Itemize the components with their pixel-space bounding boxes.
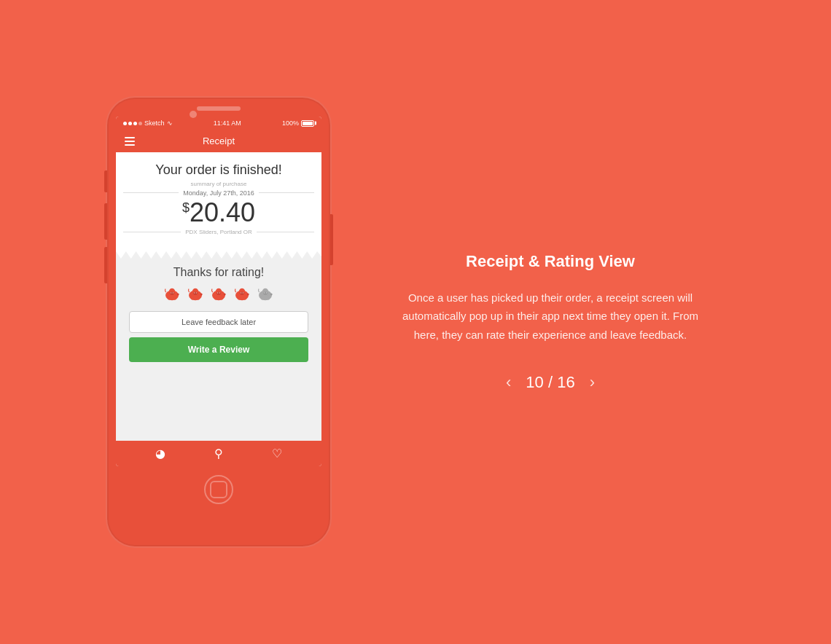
write-review-button[interactable]: Write a Review <box>129 337 308 362</box>
rating-section: Thanks for rating! <box>116 259 321 441</box>
info-panel: Receipt & Rating View Once a user has pi… <box>375 237 725 407</box>
svg-point-20 <box>216 291 221 294</box>
bottom-nav: ◕ ⚲ ♡ <box>116 441 321 466</box>
svg-point-15 <box>200 293 203 295</box>
time-display: 11:41 AM <box>214 119 241 127</box>
price-value: 20.40 <box>190 197 255 227</box>
svg-point-28 <box>240 291 244 294</box>
location-rule-right <box>257 232 314 232</box>
pig-filled-3[interactable] <box>208 286 229 302</box>
svg-point-3 <box>173 294 176 299</box>
svg-point-37 <box>264 292 265 293</box>
location-rule-left <box>123 232 181 232</box>
svg-point-26 <box>238 294 241 299</box>
svg-point-35 <box>267 294 270 299</box>
feedback-actions: Leave feedback later Write a Review <box>123 311 314 362</box>
svg-point-11 <box>197 294 200 299</box>
pig-empty-1[interactable] <box>255 286 276 302</box>
pig-filled-2[interactable] <box>185 286 206 302</box>
signal-dot <box>128 122 132 125</box>
status-bar: Sketch ∿ 11:41 AM 100% <box>116 117 321 130</box>
svg-point-6 <box>173 292 173 293</box>
pig-rating-icons <box>123 286 314 302</box>
main-container: Sketch ∿ 11:41 AM 100% Receip <box>0 0 831 644</box>
prev-page-button[interactable]: ‹ <box>506 373 511 392</box>
svg-point-12 <box>193 291 198 294</box>
battery-fill <box>303 122 313 125</box>
phone-button-mute <box>104 170 107 192</box>
phone-bottom <box>116 466 321 510</box>
svg-point-5 <box>171 292 171 293</box>
svg-point-27 <box>243 294 246 299</box>
home-button[interactable] <box>204 475 233 504</box>
svg-point-34 <box>261 294 264 299</box>
page-number-display: 10 / 16 <box>526 373 574 392</box>
svg-point-19 <box>220 294 223 299</box>
signal-dots <box>123 122 142 125</box>
price-display: $20.40 <box>123 200 314 226</box>
svg-point-4 <box>170 291 174 294</box>
date-rule-left <box>123 192 179 193</box>
phone-speaker <box>197 106 241 111</box>
nav-title: Receipt <box>203 136 235 146</box>
date-text: Monday, July 27th, 2016 <box>183 189 254 197</box>
search-icon[interactable]: ⚲ <box>214 447 223 460</box>
summary-label: summary of purchase <box>123 181 314 187</box>
date-rule-right <box>259 192 314 193</box>
phone-button-power <box>330 214 333 265</box>
phone-button-volume-up <box>104 203 107 240</box>
signal-dot <box>123 122 127 125</box>
menu-icon[interactable] <box>125 137 135 146</box>
phone-top-bar <box>116 106 321 111</box>
svg-point-38 <box>266 292 267 293</box>
signal-dot <box>138 122 142 125</box>
svg-point-18 <box>214 294 217 299</box>
receipt-content: Your order is finished! summary of purch… <box>116 152 321 441</box>
phone-screen: Sketch ∿ 11:41 AM 100% Receip <box>116 117 321 466</box>
receipt-top: Your order is finished! summary of purch… <box>116 152 321 243</box>
panel-title: Receipt & Rating View <box>390 252 711 271</box>
feedback-later-button[interactable]: Leave feedback later <box>129 311 308 333</box>
svg-point-29 <box>241 292 241 293</box>
svg-point-10 <box>191 294 194 299</box>
battery-label: 100% <box>282 119 299 127</box>
phone-mockup: Sketch ∿ 11:41 AM 100% Receip <box>106 96 332 548</box>
status-left: Sketch ∿ <box>123 119 173 127</box>
svg-point-7 <box>177 293 179 295</box>
thanks-text: Thanks for rating! <box>123 266 314 279</box>
zigzag-divider <box>116 246 321 259</box>
svg-point-31 <box>247 293 249 295</box>
currency-symbol: $ <box>182 200 190 215</box>
pagination: ‹ 10 / 16 › <box>390 373 711 392</box>
svg-point-23 <box>224 293 226 295</box>
location-icon[interactable]: ◕ <box>155 447 165 460</box>
status-right: 100% <box>282 119 314 127</box>
svg-point-22 <box>219 292 220 293</box>
svg-point-30 <box>243 292 243 293</box>
battery-icon <box>301 120 314 127</box>
svg-point-36 <box>263 291 268 294</box>
pig-filled-1[interactable] <box>162 286 182 302</box>
signal-dot <box>133 122 137 125</box>
date-line: Monday, July 27th, 2016 <box>123 189 314 197</box>
svg-point-14 <box>196 292 197 293</box>
panel-description: Once a user has picked up their order, a… <box>390 288 711 345</box>
svg-point-13 <box>194 292 195 293</box>
svg-point-2 <box>168 294 171 299</box>
location-line: PDX Sliders, Portland OR <box>123 229 314 235</box>
nav-bar: Receipt <box>116 130 321 152</box>
svg-point-39 <box>270 293 273 295</box>
home-button-inner <box>210 481 227 498</box>
wifi-icon: ∿ <box>167 119 173 127</box>
heart-icon[interactable]: ♡ <box>272 447 282 460</box>
svg-point-21 <box>217 292 218 293</box>
carrier-label: Sketch <box>144 119 165 127</box>
location-text: PDX Sliders, Portland OR <box>185 229 252 235</box>
next-page-button[interactable]: › <box>590 373 595 392</box>
phone-button-volume-down <box>104 247 107 283</box>
pig-filled-4[interactable] <box>232 286 252 302</box>
phone-camera <box>190 111 197 118</box>
order-finished-text: Your order is finished! <box>123 162 314 178</box>
